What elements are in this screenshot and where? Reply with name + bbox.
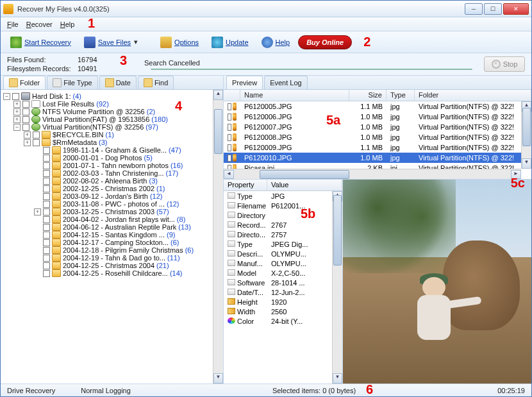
tree-node[interactable]: 2001-07-1 - Tahn newborn photos (16) — [3, 162, 223, 169]
tree-node[interactable]: + Lost File Results (92) — [3, 100, 223, 108]
expander-icon[interactable]: + — [24, 131, 31, 139]
close-button[interactable]: ✕ — [503, 3, 529, 15]
expander-icon[interactable] — [34, 185, 41, 192]
property-row[interactable]: Width 2560 — [224, 307, 342, 316]
checkbox[interactable] — [12, 93, 19, 100]
help-button[interactable]: Help — [257, 34, 295, 51]
tree-node[interactable]: 2004-12-18 - Pilgrim Family Christmas (6… — [3, 246, 223, 254]
checkbox[interactable] — [228, 114, 231, 121]
tree-node[interactable]: 2002-08-02 - Ahleena Birth (3) — [3, 177, 223, 185]
checkbox[interactable] — [43, 232, 50, 239]
scroll-thumb[interactable] — [522, 108, 531, 146]
filelist-vscroll[interactable]: ▲▼ — [521, 101, 531, 169]
tree-node[interactable]: 2004-12-19 - Tahn & Dad go to... (11) — [3, 254, 223, 262]
scroll-left-icon[interactable]: ◄ — [224, 170, 234, 179]
checkbox[interactable] — [43, 224, 50, 231]
property-row[interactable]: Directory — [224, 210, 342, 220]
expander-icon[interactable] — [34, 270, 41, 277]
options-button[interactable]: Options — [156, 34, 203, 51]
expander-icon[interactable] — [34, 224, 41, 231]
file-row[interactable]: P6120010.JPG 1.0 MB jpg Virtual Partitio… — [224, 153, 531, 163]
tab-preview[interactable]: Preview — [226, 76, 263, 89]
expander-icon[interactable]: − — [3, 93, 10, 100]
col-type[interactable]: Type — [387, 90, 415, 101]
menu-help[interactable]: Help — [60, 21, 75, 28]
expander-icon[interactable] — [34, 193, 41, 200]
checkbox[interactable] — [43, 208, 50, 215]
property-row[interactable]: Type JPG — [224, 191, 342, 201]
expander-icon[interactable]: + — [13, 108, 21, 115]
scroll-down-icon[interactable]: ▼ — [213, 373, 223, 384]
expander-icon[interactable]: + — [24, 139, 31, 146]
checkbox[interactable] — [43, 239, 50, 246]
scroll-down-icon[interactable]: ▼ — [333, 373, 342, 384]
menu-file[interactable]: File — [7, 21, 19, 28]
file-row[interactable]: P6120006.JPG 1.0 MB jpg Virtual Partitio… — [224, 112, 531, 122]
checkbox[interactable] — [43, 270, 50, 277]
property-row[interactable]: Height 1920 — [224, 297, 342, 307]
checkbox[interactable] — [43, 147, 50, 154]
dropdown-arrow-icon[interactable]: ▾ — [133, 38, 138, 46]
tree-scrollbar[interactable]: ▲▼ — [213, 90, 223, 384]
checkbox[interactable] — [43, 201, 50, 208]
buy-online-button[interactable]: Buy Online — [298, 35, 352, 49]
expander-icon[interactable] — [34, 162, 41, 169]
props-scrollbar[interactable]: ▲▼ — [332, 191, 342, 384]
tree-node[interactable]: + Virtual Partition(FAT) @ 19513856 (180… — [3, 115, 223, 123]
checkbox[interactable] — [22, 124, 29, 131]
scroll-thumb[interactable] — [260, 170, 349, 179]
file-row[interactable]: P6120005.JPG 1.1 MB jpg Virtual Partitio… — [224, 101, 531, 112]
expander-icon[interactable] — [34, 255, 41, 262]
tree-node[interactable]: 2004-12-15 - Santas Kingdom ... (9) — [3, 231, 223, 239]
property-row[interactable]: Date/T... 12-Jun-2... — [224, 287, 342, 297]
checkbox[interactable] — [228, 134, 231, 141]
filelist-header[interactable]: Name Size Type Folder — [224, 90, 531, 101]
tree-node[interactable]: 2003-09-12 - Jordan's Birth (12) — [3, 192, 223, 200]
checkbox[interactable] — [43, 255, 50, 262]
checkbox[interactable] — [43, 178, 50, 185]
tree-node[interactable]: 2002-03-03 - Tahn Christening... (17) — [3, 169, 223, 177]
tree-node[interactable]: 2004-04-02 - Jordan first plays wit... (… — [3, 215, 223, 223]
tab-filetype[interactable]: File Type — [47, 76, 97, 89]
checkbox[interactable] — [43, 155, 50, 162]
checkbox[interactable] — [228, 144, 231, 151]
update-button[interactable]: Update — [207, 34, 253, 51]
property-row[interactable]: Type JPEG Dig... — [224, 239, 342, 249]
property-row[interactable]: Model X-2,C-50... — [224, 268, 342, 278]
folder-tree[interactable]: − Hard Disk 1: (4) + Lost File Results (… — [1, 90, 223, 384]
property-row[interactable]: Directo... 2757 — [224, 230, 342, 239]
expander-icon[interactable] — [34, 170, 41, 177]
tree-node[interactable]: + $RmMetadata (3) — [3, 139, 223, 146]
expander-icon[interactable] — [34, 262, 41, 269]
file-row[interactable]: P6120007.JPG 1.0 MB jpg Virtual Partitio… — [224, 122, 531, 132]
checkbox[interactable] — [43, 247, 50, 254]
checkbox[interactable] — [228, 124, 231, 131]
checkbox[interactable] — [43, 162, 50, 169]
property-row[interactable]: Filename P612001... — [224, 201, 342, 210]
file-row[interactable]: P6120009.JPG 1.1 MB jpg Virtual Partitio… — [224, 142, 531, 153]
col-size[interactable]: Size — [349, 90, 387, 101]
scroll-down-icon[interactable]: ▼ — [522, 158, 531, 169]
expander-icon[interactable] — [34, 247, 41, 254]
tree-node[interactable]: 1998-11-14 - Graham & Giselle... (47) — [3, 146, 223, 154]
minimize-button[interactable]: ─ — [465, 3, 483, 15]
scroll-thumb[interactable] — [333, 195, 342, 266]
checkbox[interactable] — [43, 262, 50, 269]
checkbox[interactable] — [22, 101, 29, 108]
tab-find[interactable]: Find — [138, 76, 174, 89]
checkbox[interactable] — [22, 108, 29, 115]
expander-icon[interactable]: + — [13, 101, 21, 108]
tree-node[interactable]: + NTFS Volume Partition @ 32256 (2) — [3, 108, 223, 115]
expander-icon[interactable]: + — [34, 208, 41, 215]
expander-icon[interactable]: − — [13, 124, 21, 131]
property-row[interactable]: Color 24-bit (Y... — [224, 316, 342, 326]
expander-icon[interactable]: + — [13, 116, 21, 123]
expander-icon[interactable] — [34, 232, 41, 239]
menu-recover[interactable]: Recover — [26, 21, 53, 28]
scroll-right-icon[interactable]: ► — [511, 170, 521, 179]
property-row[interactable]: Record... 2767 — [224, 220, 342, 230]
expander-icon[interactable] — [34, 239, 41, 246]
tree-node[interactable]: 2004-12-25 - Christmas 2004 (21) — [3, 262, 223, 269]
expander-icon[interactable] — [34, 155, 41, 162]
checkbox[interactable] — [43, 216, 50, 223]
